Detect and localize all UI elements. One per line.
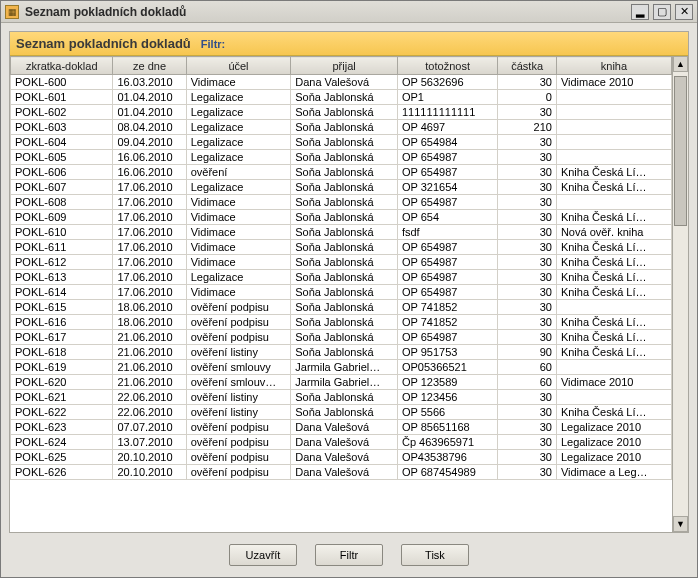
scroll-up-icon[interactable]: ▲ bbox=[673, 56, 688, 72]
table-row[interactable]: POKL-62122.06.2010ověření listinySoňa Ja… bbox=[11, 390, 672, 405]
scroll-down-icon[interactable]: ▼ bbox=[673, 516, 688, 532]
table-cell: 30 bbox=[498, 405, 557, 420]
close-icon[interactable]: ✕ bbox=[675, 4, 693, 20]
table-row[interactable]: POKL-61117.06.2010VidimaceSoňa Jablonská… bbox=[11, 240, 672, 255]
table-cell: Soňa Jablonská bbox=[291, 150, 398, 165]
table-cell: 07.07.2010 bbox=[113, 420, 186, 435]
table-cell bbox=[556, 300, 671, 315]
table-cell: Legalizace bbox=[186, 180, 291, 195]
titlebar[interactable]: ▦ Seznam pokladních dokladů ▂ ▢ ✕ bbox=[1, 1, 697, 23]
table-wrap: zkratka-doklad ze dne účel přijal totožn… bbox=[10, 56, 688, 532]
table-cell: Legalizace bbox=[186, 135, 291, 150]
table-cell: OP 85651168 bbox=[397, 420, 497, 435]
maximize-icon[interactable]: ▢ bbox=[653, 4, 671, 20]
table-row[interactable]: POKL-62413.07.2010ověření podpisuDana Va… bbox=[11, 435, 672, 450]
table-cell: POKL-615 bbox=[11, 300, 113, 315]
col-header-totoznost[interactable]: totožnost bbox=[397, 57, 497, 75]
table-cell: Soňa Jablonská bbox=[291, 135, 398, 150]
table-cell: OP 654 bbox=[397, 210, 497, 225]
table-cell: OP 654987 bbox=[397, 195, 497, 210]
table-cell: ověření smlouvy bbox=[186, 360, 291, 375]
table-row[interactable]: POKL-61217.06.2010VidimaceSoňa Jablonská… bbox=[11, 255, 672, 270]
table-cell: 60 bbox=[498, 360, 557, 375]
table-cell: OP 5566 bbox=[397, 405, 497, 420]
table-cell: Kniha Česká Lí… bbox=[556, 330, 671, 345]
table-cell: 30 bbox=[498, 255, 557, 270]
minimize-icon[interactable]: ▂ bbox=[631, 4, 649, 20]
table-row[interactable]: POKL-60308.04.2010LegalizaceSoňa Jablons… bbox=[11, 120, 672, 135]
table-cell: Kniha Česká Lí… bbox=[556, 240, 671, 255]
table-row[interactable]: POKL-61721.06.2010ověření podpisuSoňa Ja… bbox=[11, 330, 672, 345]
table-cell: 16.03.2010 bbox=[113, 75, 186, 90]
scroll-track[interactable] bbox=[673, 72, 688, 516]
table-cell: Vidimace bbox=[186, 195, 291, 210]
table-cell bbox=[556, 360, 671, 375]
table-cell: Legalizace bbox=[186, 120, 291, 135]
table-cell: 18.06.2010 bbox=[113, 315, 186, 330]
table-row[interactable]: POKL-61518.06.2010ověření podpisuSoňa Ja… bbox=[11, 300, 672, 315]
table-cell: Dana Valešová bbox=[291, 435, 398, 450]
table-row[interactable]: POKL-60201.04.2010LegalizaceSoňa Jablons… bbox=[11, 105, 672, 120]
table-cell: OP 321654 bbox=[397, 180, 497, 195]
col-header-zedne[interactable]: ze dne bbox=[113, 57, 186, 75]
table-cell: OP 123589 bbox=[397, 375, 497, 390]
table-row[interactable]: POKL-60917.06.2010VidimaceSoňa Jablonská… bbox=[11, 210, 672, 225]
table-cell: 90 bbox=[498, 345, 557, 360]
table-cell: Vidimace bbox=[186, 225, 291, 240]
table-cell: POKL-609 bbox=[11, 210, 113, 225]
table-cell: ověření podpisu bbox=[186, 420, 291, 435]
table-row[interactable]: POKL-61017.06.2010VidimaceSoňa Jablonská… bbox=[11, 225, 672, 240]
close-button[interactable]: Uzavřít bbox=[229, 544, 297, 566]
table-cell: 30 bbox=[498, 210, 557, 225]
table-scroll[interactable]: zkratka-doklad ze dne účel přijal totožn… bbox=[10, 56, 672, 532]
col-header-prijal[interactable]: přijal bbox=[291, 57, 398, 75]
table-row[interactable]: POKL-60409.04.2010LegalizaceSoňa Jablons… bbox=[11, 135, 672, 150]
table-row[interactable]: POKL-62620.10.2010ověření podpisuDana Va… bbox=[11, 465, 672, 480]
table-cell: POKL-603 bbox=[11, 120, 113, 135]
table-cell: ověření podpisu bbox=[186, 435, 291, 450]
table-cell: OP05366521 bbox=[397, 360, 497, 375]
col-header-castka[interactable]: částka bbox=[498, 57, 557, 75]
table-row[interactable]: POKL-60616.06.2010ověřeníSoňa JablonskáO… bbox=[11, 165, 672, 180]
table-cell: 60 bbox=[498, 375, 557, 390]
table-row[interactable]: POKL-61821.06.2010ověření listinySoňa Ja… bbox=[11, 345, 672, 360]
table-cell: Soňa Jablonská bbox=[291, 240, 398, 255]
print-button[interactable]: Tisk bbox=[401, 544, 469, 566]
table-row[interactable]: POKL-62021.06.2010ověření smlouv…Jarmila… bbox=[11, 375, 672, 390]
table-cell: OP 741852 bbox=[397, 300, 497, 315]
table-cell: OP 123456 bbox=[397, 390, 497, 405]
table-row[interactable]: POKL-60516.06.2010LegalizaceSoňa Jablons… bbox=[11, 150, 672, 165]
table-row[interactable]: POKL-60717.06.2010LegalizaceSoňa Jablons… bbox=[11, 180, 672, 195]
table-cell: Vidimace bbox=[186, 255, 291, 270]
col-header-kniha[interactable]: kniha bbox=[556, 57, 671, 75]
table-row[interactable]: POKL-61618.06.2010ověření podpisuSoňa Ja… bbox=[11, 315, 672, 330]
table-row[interactable]: POKL-60817.06.2010VidimaceSoňa Jablonská… bbox=[11, 195, 672, 210]
table-row[interactable]: POKL-62520.10.2010ověření podpisuDana Va… bbox=[11, 450, 672, 465]
scroll-thumb[interactable] bbox=[674, 76, 687, 226]
table-cell: 30 bbox=[498, 450, 557, 465]
table-cell: OP43538796 bbox=[397, 450, 497, 465]
table-cell: POKL-621 bbox=[11, 390, 113, 405]
panel-title: Seznam pokladních dokladů bbox=[16, 36, 191, 51]
table-cell: Kniha Česká Lí… bbox=[556, 210, 671, 225]
table-row[interactable]: POKL-62222.06.2010ověření listinySoňa Ja… bbox=[11, 405, 672, 420]
table-cell: ověření podpisu bbox=[186, 465, 291, 480]
col-header-zkratka[interactable]: zkratka-doklad bbox=[11, 57, 113, 75]
table-cell: ověření podpisu bbox=[186, 315, 291, 330]
table-row[interactable]: POKL-61921.06.2010ověření smlouvyJarmila… bbox=[11, 360, 672, 375]
table-row[interactable]: POKL-61317.06.2010LegalizaceSoňa Jablons… bbox=[11, 270, 672, 285]
table-cell: Soňa Jablonská bbox=[291, 120, 398, 135]
table-cell: Kniha Česká Lí… bbox=[556, 165, 671, 180]
table-row[interactable]: POKL-61417.06.2010VidimaceSoňa Jablonská… bbox=[11, 285, 672, 300]
table-cell: OP 654987 bbox=[397, 255, 497, 270]
table-row[interactable]: POKL-60016.03.2010VidimaceDana ValešováO… bbox=[11, 75, 672, 90]
filter-button[interactable]: Filtr bbox=[315, 544, 383, 566]
table-cell: Soňa Jablonská bbox=[291, 315, 398, 330]
vertical-scrollbar[interactable]: ▲ ▼ bbox=[672, 56, 688, 532]
table-cell: Legalizace bbox=[186, 90, 291, 105]
table-cell: Soňa Jablonská bbox=[291, 330, 398, 345]
col-header-ucel[interactable]: účel bbox=[186, 57, 291, 75]
table-cell: Soňa Jablonská bbox=[291, 255, 398, 270]
table-row[interactable]: POKL-60101.04.2010LegalizaceSoňa Jablons… bbox=[11, 90, 672, 105]
table-row[interactable]: POKL-62307.07.2010ověření podpisuDana Va… bbox=[11, 420, 672, 435]
